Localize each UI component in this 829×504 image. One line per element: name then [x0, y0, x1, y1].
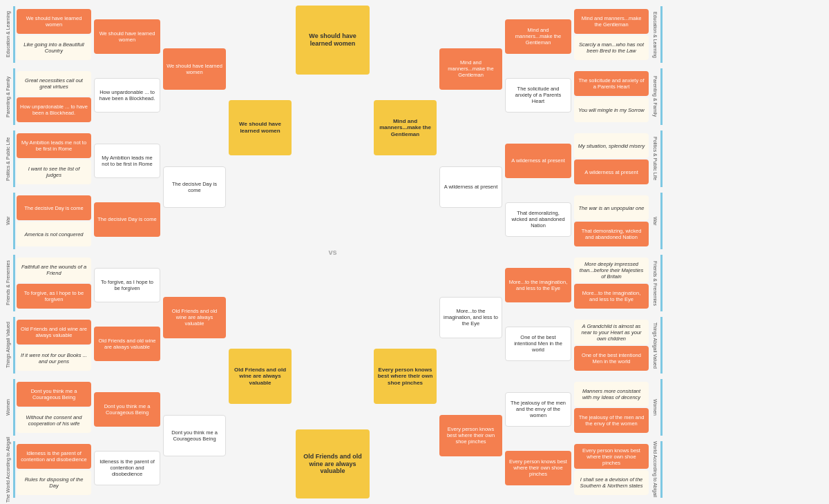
l1-2-1: I want to see the list of judges [17, 159, 91, 184]
left-round4: We should have learned women Old Friends… [227, 3, 293, 501]
cat-label-4: Friends & Frenemies [3, 255, 15, 311]
l1-6-0[interactable]: Dont you think me a Courageous Being [17, 382, 91, 407]
rcat-label-1: Parenting & Family [650, 68, 663, 125]
l1-5-1: If it were not for our Books ... and our… [17, 346, 91, 371]
l4-1[interactable]: Old Friends and old wine are always valu… [229, 349, 292, 404]
l1-0-0[interactable]: We should have learned women [17, 9, 91, 34]
r1-1-1: You will mingle in my Sorrow [574, 97, 649, 122]
rcat-label-7: World According to Abigail [650, 441, 663, 498]
r1-6-1[interactable]: The jealousy of the men and the envy of … [574, 408, 649, 433]
r1-3-0: The war is an unpopular one [574, 195, 649, 220]
r1-3-1[interactable]: That demoralizing, wicked and abandoned … [574, 222, 649, 246]
r1-2-1[interactable]: A wilderness at present [574, 159, 649, 184]
rcat-label-2: Politics & Public Life [650, 130, 663, 187]
r1-0-1: Scarcly a man...who has not been Bred to… [574, 35, 649, 60]
r2-3[interactable]: That demoralizing, wicked and abandoned … [505, 202, 571, 237]
l1-7-0[interactable]: Idleness is the parent of contention and… [17, 444, 91, 469]
l1-5-0[interactable]: Old Friends and old wine are always valu… [17, 320, 91, 345]
l1-7-1: Rules for disposing of the Day [17, 470, 91, 495]
l2-1[interactable]: How unpardonable ... to have been a Bloc… [94, 78, 160, 113]
r2-4[interactable]: More...to the imagination, and less to t… [505, 268, 571, 302]
r2-7[interactable]: Every person knows best where their own … [505, 451, 571, 485]
r3-0[interactable]: Mind and manners...make the Gentleman [439, 48, 502, 90]
center-bottom[interactable]: Old Friends and old wine are always valu… [296, 429, 370, 498]
r2-0[interactable]: Mind and manners...make the Gentleman [505, 19, 571, 54]
l1-1-1[interactable]: How unpardonable ... to have been a Bloc… [17, 97, 91, 122]
l2-5[interactable]: Old Friends and old wine are always valu… [94, 327, 160, 361]
right-round1: Mind and manners...make the Gentleman Sc… [573, 3, 650, 501]
r3-1[interactable]: A wilderness at present [439, 166, 502, 208]
left-category-labels: Education & Learning Parenting & Family … [3, 3, 15, 501]
r3-2[interactable]: More...to the imagination, and less to t… [439, 297, 502, 338]
r1-7-0[interactable]: Every person knows best where their own … [574, 444, 649, 469]
center-column: We should have learned women vs Old Frie… [293, 3, 372, 501]
rcat-label-4: Friends & Frenemies [650, 255, 663, 311]
cat-label-3: War [3, 193, 15, 249]
l2-3[interactable]: The decisive Day is come [94, 202, 160, 237]
l1-4-0: Faithfull are the wounds of a Friend [17, 258, 91, 282]
l3-0[interactable]: We should have learned women [163, 48, 226, 90]
right-round4: Mind and manners...make the Gentleman Ev… [372, 3, 438, 501]
l2-7[interactable]: Idleness is the parent of contention and… [94, 451, 160, 485]
l2-4[interactable]: To forgive, as I hope to be forgiven [94, 268, 160, 302]
right-category-labels: Education & Learning Parenting & Family … [650, 3, 663, 501]
r1-4-1[interactable]: More...to the imagination, and less to t… [574, 284, 649, 309]
r2-1[interactable]: The solicitude and anxiety of a Parents … [505, 78, 571, 113]
left-round2: We should have learned women How unpardo… [93, 3, 162, 501]
cat-label-5: Things Abigail Valued [3, 317, 15, 374]
l2-0[interactable]: We should have learned women [94, 19, 160, 54]
l3-1[interactable]: The decisive Day is come [163, 166, 226, 208]
right-round2: Mind and manners...make the Gentleman Th… [504, 3, 573, 501]
r1-2-0: My situation, splendid misery [574, 133, 649, 158]
l1-2-0[interactable]: My Ambition leads me not to be first in … [17, 133, 91, 158]
l2-6[interactable]: Dont you think me a Courageous Being [94, 392, 160, 427]
rcat-label-3: War [650, 193, 663, 249]
right-round3: Mind and manners...make the Gentleman A … [438, 3, 504, 501]
r1-1-0[interactable]: The solicitude and anxiety of a Parents … [574, 71, 649, 96]
r4-0[interactable]: Mind and manners...make the Gentleman [374, 100, 437, 155]
l1-1-0: Great necessities call out great virtues [17, 71, 91, 96]
r2-2[interactable]: A wilderness at present [505, 144, 571, 178]
r4-1[interactable]: Every person knows best where their own … [374, 349, 437, 404]
rcat-label-0: Education & Learning [650, 6, 663, 63]
l4-0[interactable]: We should have learned women [229, 100, 292, 155]
left-round3: We should have learned women The decisiv… [162, 3, 227, 501]
l1-4-1[interactable]: To forgive, as I hope to be forgiven [17, 284, 91, 309]
l1-3-1: America is not conquered [17, 222, 91, 246]
cat-label-0: Education & Learning [3, 6, 15, 63]
vs-label: vs [328, 248, 336, 256]
r1-5-0: A Grandchild is almost as near to your H… [574, 320, 649, 345]
l2-2[interactable]: My Ambition leads me not to be first in … [94, 144, 160, 178]
r3-3[interactable]: Every person knows best where their own … [439, 415, 502, 456]
cat-label-2: Politics & Public Life [3, 130, 15, 187]
r1-6-0: Manners more consistant with my Ideas of… [574, 382, 649, 407]
r2-6[interactable]: The jealousy of the men and the envy of … [505, 392, 571, 427]
l1-3-0[interactable]: The decisive Day is come [17, 195, 91, 220]
r1-7-1: I shall see a devision of the Southern &… [574, 470, 649, 495]
r2-5[interactable]: One of the best intentiond Men in the wo… [505, 327, 571, 361]
rcat-label-5: Things Abigail Valued [650, 317, 663, 374]
l3-2[interactable]: Old Friends and old wine are always valu… [163, 297, 226, 338]
cat-label-7: The World According to Abigail [3, 441, 15, 498]
r1-5-1[interactable]: One of the best intentiond Men in the wo… [574, 346, 649, 371]
cat-label-1: Parenting & Family [3, 68, 15, 125]
l1-6-1: Without the consent and cooperation of h… [17, 408, 91, 433]
center-top[interactable]: We should have learned women [296, 6, 370, 75]
cat-label-6: Women [3, 379, 15, 436]
left-round1: We should have learned women Like going … [15, 3, 93, 501]
l3-3[interactable]: Dont you think me a Courageous Being [163, 415, 226, 456]
r1-4-0: More deeply impressed than...before thei… [574, 258, 649, 282]
rcat-label-6: Women [650, 379, 663, 436]
l1-0-1: Like going into a Beautifull Country [17, 35, 91, 60]
r1-0-0[interactable]: Mind and manners...make the Gentleman [574, 9, 649, 34]
